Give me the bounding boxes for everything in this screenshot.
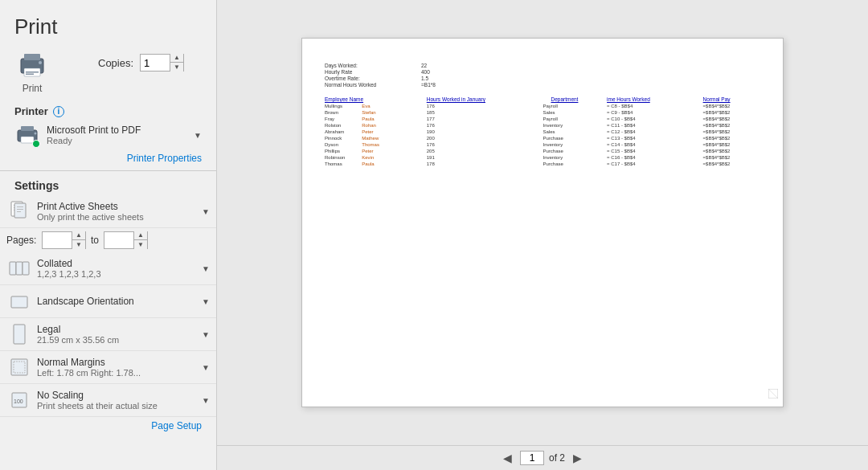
pages-to-up-btn[interactable]: ▲ (134, 231, 147, 240)
setting-row-orientation[interactable]: Landscape Orientation ▼ (0, 285, 216, 318)
svg-rect-19 (16, 262, 23, 275)
svg-line-28 (768, 389, 778, 398)
preview-table-header-row: Employee Name Hours Worked in January De… (325, 96, 760, 103)
setting-desc-scaling: Print sheets at their actual size (37, 401, 197, 411)
preview-info-label-4: Normal Hours Worked (325, 82, 405, 88)
setting-title-scaling: No Scaling (37, 390, 197, 401)
setting-arrow-print-active-sheets: ▼ (202, 207, 210, 216)
preview-info-value-3: 1.5 (421, 76, 428, 81)
setting-desc-paper-size: 21.59 cm x 35.56 cm (37, 335, 197, 345)
table-row: MullingsEva176Payroll= C8 - $B$4=$B$4*$B… (325, 103, 760, 109)
preview-table: Employee Name Hours Worked in January De… (325, 96, 760, 167)
print-button[interactable]: Print (14, 47, 50, 94)
setting-row-margins[interactable]: Normal Margins Left: 1.78 cm Right: 1.78… (0, 351, 216, 384)
setting-desc-collated: 1,2,3 1,2,3 1,2,3 (37, 269, 197, 279)
preview-content: Days Worked: 22 Hourly Rate 400 Overtime… (325, 63, 760, 167)
copies-down-btn[interactable]: ▼ (170, 63, 183, 72)
copies-input[interactable] (141, 55, 170, 71)
svg-rect-18 (10, 262, 16, 275)
setting-title-collated: Collated (37, 258, 197, 269)
setting-text-print-active-sheets: Print Active Sheets Only print the activ… (37, 201, 197, 222)
table-row: PinnockMathew200Purchase= C13 - $B$4=$B$… (325, 135, 760, 141)
setting-title-print-active-sheets: Print Active Sheets (37, 201, 197, 212)
setting-row-scaling[interactable]: 100 No Scaling Print sheets at their act… (0, 384, 216, 417)
preview-info-row-1: Days Worked: 22 (325, 63, 760, 68)
pages-from-down-btn[interactable]: ▼ (72, 240, 85, 249)
svg-rect-15 (17, 206, 23, 207)
setting-row-print-active-sheets[interactable]: Print Active Sheets Only print the activ… (0, 195, 216, 228)
page-setup-link[interactable]: Page Setup (0, 417, 216, 435)
printer-name: Microsoft Print to PDF (47, 125, 187, 136)
page-of-text: of 2 (549, 452, 565, 464)
setting-text-scaling: No Scaling Print sheets at their actual … (37, 390, 197, 411)
print-icon (14, 47, 50, 83)
right-panel: Days Worked: 22 Hourly Rate 400 Overtime… (217, 0, 868, 470)
orientation-icon (6, 288, 32, 314)
setting-arrow-scaling: ▼ (202, 396, 210, 405)
page-number-input[interactable] (520, 451, 544, 465)
table-row: RolstonRohan176Inventory= C11 - $B$4=$B$… (325, 122, 760, 129)
page-prev-btn[interactable]: ◀ (500, 452, 515, 464)
svg-text:100: 100 (14, 398, 23, 404)
preview-table-body: MullingsEva176Payroll= C8 - $B$4=$B$4*$B… (325, 103, 760, 167)
pages-from-up-btn[interactable]: ▲ (72, 231, 85, 240)
svg-rect-22 (14, 325, 25, 344)
copies-label: Copies: (98, 57, 133, 69)
pages-from-input[interactable] (43, 232, 72, 248)
preview-info-row-4: Normal Hours Worked =B1*8 (325, 82, 760, 88)
collated-icon (6, 255, 32, 281)
setting-title-margins: Normal Margins (37, 357, 197, 368)
table-row: PhillipsPeter205Purchase= C15 - $B$4=$B$… (325, 148, 760, 154)
table-row: ThomasPaula178Purchase= C17 - $B$4=$B$4*… (325, 161, 760, 167)
paper-size-icon (6, 321, 32, 347)
pagination-bar: ◀ of 2 ▶ (217, 445, 868, 470)
preview-corner-icon (768, 387, 778, 402)
setting-arrow-collated: ▼ (202, 264, 210, 273)
print-active-sheets-icon (6, 198, 32, 224)
svg-rect-16 (17, 209, 23, 210)
preview-info-label-1: Days Worked: (325, 63, 405, 68)
printer-info: Microsoft Print to PDF Ready (47, 125, 187, 145)
setting-arrow-margins: ▼ (202, 363, 210, 372)
setting-row-collated[interactable]: Collated 1,2,3 1,2,3 1,2,3 ▼ (0, 252, 216, 285)
pages-to-spinners: ▲ ▼ (133, 231, 147, 249)
svg-point-9 (35, 133, 37, 135)
scaling-icon: 100 (6, 387, 32, 413)
page-next-btn[interactable]: ▶ (570, 452, 585, 464)
preview-info-value-2: 400 (421, 69, 430, 75)
svg-rect-7 (21, 126, 34, 131)
preview-info-value-1: 22 (421, 63, 427, 68)
printer-info-icon[interactable]: i (53, 106, 64, 117)
preview-info-row-3: Overtime Rate: 1.5 (325, 76, 760, 81)
pages-to-down-btn[interactable]: ▼ (134, 240, 147, 249)
printer-properties-link[interactable]: Printer Properties (0, 151, 216, 169)
setting-text-orientation: Landscape Orientation (37, 296, 197, 307)
setting-text-margins: Normal Margins Left: 1.78 cm Right: 1.78… (37, 357, 197, 378)
pages-from-spinners: ▲ ▼ (72, 231, 85, 249)
printer-status: Ready (47, 136, 187, 145)
pages-from-input-wrap: ▲ ▼ (42, 231, 86, 249)
copies-up-btn[interactable]: ▲ (170, 54, 183, 63)
setting-desc-margins: Left: 1.78 cm Right: 1.78... (37, 368, 197, 378)
printer-icon-wrap (14, 122, 40, 148)
setting-arrow-paper-size: ▼ (202, 330, 210, 339)
margins-icon (6, 354, 32, 380)
svg-rect-3 (26, 72, 39, 73)
svg-rect-14 (14, 203, 26, 218)
preview-th-pay: Normal Pay (687, 96, 760, 103)
setting-row-paper-size[interactable]: Legal 21.59 cm x 35.56 cm ▼ (0, 318, 216, 351)
pages-to-label: to (91, 235, 99, 246)
preview-info-row-2: Hourly Rate 400 (325, 69, 760, 75)
copies-input-wrap: ▲ ▼ (140, 54, 184, 72)
table-row: AbrahamPeter190Sales= C12 - $B$4=$B$4*$B… (325, 129, 760, 135)
setting-arrow-orientation: ▼ (202, 297, 210, 306)
table-row: FrayPaula177Payroll= C10 - $B$4=$B$4*$B$… (325, 116, 760, 122)
printer-row[interactable]: Microsoft Print to PDF Ready ▼ (0, 119, 216, 151)
pages-to-input[interactable] (104, 232, 133, 248)
table-row: RobinsonKevin191Inventory= C16 - $B$4=$B… (325, 154, 760, 161)
settings-section-label: Settings (0, 173, 216, 195)
printer-section-label: Printer i (0, 100, 216, 119)
preview-info-label-3: Overtime Rate: (325, 76, 405, 81)
preview-th-employee: Employee Name (325, 96, 395, 103)
pages-to-input-wrap: ▲ ▼ (104, 231, 148, 249)
